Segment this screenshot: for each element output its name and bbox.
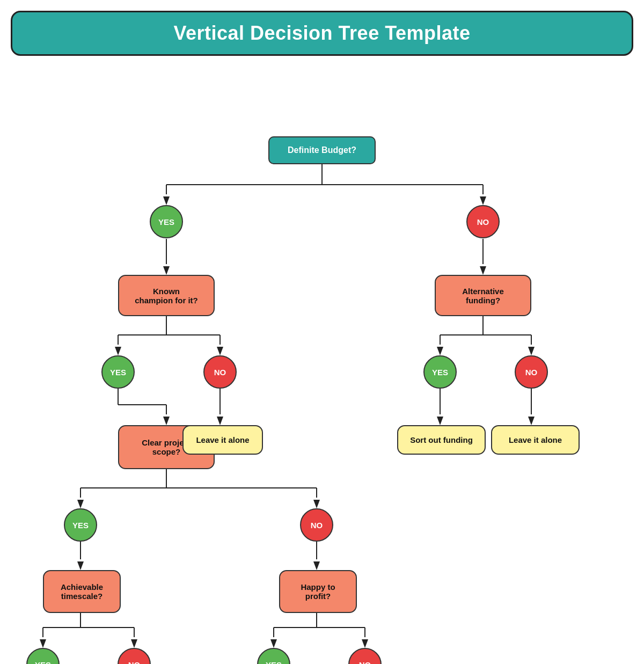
svg-marker-47	[131, 639, 137, 648]
known-champion-node: Known champion for it?	[118, 275, 215, 316]
svg-marker-3	[163, 196, 170, 205]
svg-marker-13	[115, 347, 121, 355]
svg-marker-35	[77, 500, 84, 508]
svg-marker-51	[270, 639, 277, 648]
svg-marker-5	[480, 196, 486, 205]
no5-circle: NO	[118, 648, 151, 664]
svg-marker-31	[528, 417, 535, 425]
leave1-node: Leave it alone	[182, 425, 263, 455]
yes1-circle: YES	[150, 205, 183, 238]
no2-circle: NO	[203, 355, 237, 389]
svg-marker-53	[362, 639, 368, 648]
yes6-circle: YES	[257, 648, 290, 664]
no1-circle: NO	[466, 205, 500, 238]
root-node: Definite Budget?	[268, 136, 376, 164]
header-banner: Vertical Decision Tree Template	[11, 11, 633, 56]
yes2-circle: YES	[101, 355, 135, 389]
no6-circle: NO	[348, 648, 382, 664]
sort-funding-node: Sort out funding	[397, 425, 486, 455]
svg-marker-21	[528, 347, 535, 355]
svg-marker-7	[163, 266, 170, 275]
yes4-circle: YES	[64, 508, 97, 542]
happy-profit-node: Happy to profit?	[279, 570, 357, 613]
achievable-node: Achievable timescale?	[43, 570, 121, 613]
svg-marker-27	[217, 417, 223, 425]
svg-marker-39	[77, 561, 84, 570]
page-title: Vertical Decision Tree Template	[28, 22, 616, 45]
svg-marker-37	[313, 500, 320, 508]
tree-container: Definite Budget? YES NO Known champion f…	[11, 72, 633, 662]
svg-marker-29	[437, 417, 443, 425]
yes3-circle: YES	[423, 355, 457, 389]
svg-marker-9	[480, 266, 486, 275]
alt-funding-node: Alternative funding?	[435, 275, 531, 316]
svg-marker-19	[437, 347, 443, 355]
no3-circle: NO	[515, 355, 548, 389]
leave2-node: Leave it alone	[491, 425, 580, 455]
yes5-circle: YES	[26, 648, 60, 664]
svg-marker-41	[313, 561, 320, 570]
svg-marker-25	[163, 417, 170, 425]
no4-circle: NO	[300, 508, 333, 542]
page-wrapper: Vertical Decision Tree Template	[0, 0, 644, 664]
svg-marker-15	[217, 347, 223, 355]
svg-marker-45	[40, 639, 46, 648]
